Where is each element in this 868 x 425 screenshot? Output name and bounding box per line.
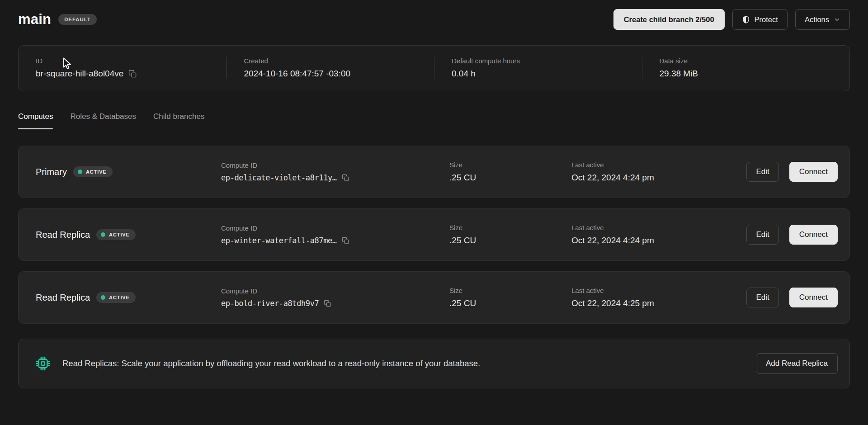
branch-details-card: ID br-square-hill-a8ol04ve Created 2024-…: [18, 45, 850, 91]
connect-button[interactable]: Connect: [789, 225, 838, 245]
size-cell: Size .25 CU: [449, 287, 571, 308]
compute-hours-value: 0.04 h: [452, 69, 642, 79]
default-badge: DEFAULT: [58, 14, 96, 25]
row-buttons: Edit Connect: [746, 162, 838, 182]
title-group: main DEFAULT: [18, 11, 97, 28]
branch-id-field: ID br-square-hill-a8ol04ve: [19, 57, 226, 79]
edit-button[interactable]: Edit: [746, 162, 778, 182]
add-read-replica-button[interactable]: Add Read Replica: [756, 353, 838, 374]
tab-computes[interactable]: Computes: [18, 112, 53, 129]
status-dot-icon: [101, 295, 105, 300]
banner-text: Read Replicas: Scale your application by…: [62, 359, 480, 368]
status-dot-icon: [101, 232, 105, 237]
copy-icon[interactable]: [128, 70, 137, 78]
status-dot-icon: [78, 170, 82, 174]
compute-name-label: Read Replica: [36, 230, 90, 240]
data-size-field: Data size 29.38 MiB: [642, 57, 850, 79]
last-active-value: Oct 22, 2024 4:25 pm: [571, 298, 746, 308]
size-value: .25 CU: [449, 236, 571, 246]
branch-id-value: br-square-hill-a8ol04ve: [36, 69, 123, 79]
last-active-label: Last active: [571, 161, 746, 169]
compute-id-cell: Compute ID ep-delicate-violet-a8r11y…: [221, 161, 449, 182]
compute-id-label: Compute ID: [221, 287, 449, 295]
compute-row-read-replica-1: Read Replica ACTIVE Compute ID ep-winter…: [18, 208, 850, 261]
branch-id-label: ID: [36, 57, 226, 65]
size-value: .25 CU: [449, 173, 571, 183]
protect-label: Protect: [755, 15, 778, 24]
compute-id-label: Compute ID: [221, 161, 449, 169]
page-title: main: [18, 11, 51, 28]
connect-button[interactable]: Connect: [789, 288, 838, 307]
compute-name-label: Read Replica: [36, 293, 90, 303]
last-active-label: Last active: [571, 224, 746, 231]
last-active-cell: Last active Oct 22, 2024 4:24 pm: [571, 161, 746, 183]
compute-row-primary: Primary ACTIVE Compute ID ep-delicate-vi…: [18, 146, 850, 198]
last-active-value: Oct 22, 2024 4:24 pm: [571, 173, 746, 183]
shield-icon: [742, 15, 750, 24]
compute-name: Read Replica ACTIVE: [36, 292, 221, 303]
compute-hours-field: Default compute hours 0.04 h: [434, 57, 642, 79]
compute-list: Primary ACTIVE Compute ID ep-delicate-vi…: [18, 146, 850, 324]
compute-name: Primary ACTIVE: [36, 166, 221, 177]
last-active-cell: Last active Oct 22, 2024 4:24 pm: [571, 224, 746, 246]
data-size-label: Data size: [660, 57, 850, 65]
copy-icon[interactable]: [324, 300, 331, 307]
copy-icon[interactable]: [342, 237, 349, 245]
row-buttons: Edit Connect: [746, 225, 838, 245]
size-label: Size: [449, 287, 571, 294]
protect-button[interactable]: Protect: [732, 9, 788, 30]
compute-id-cell: Compute ID ep-winter-waterfall-a87me…: [221, 224, 449, 245]
last-active-value: Oct 22, 2024 4:24 pm: [571, 236, 746, 246]
read-replica-banner: Read Replicas: Scale your application by…: [18, 339, 850, 388]
created-field: Created 2024-10-16 08:47:57 -03:00: [226, 57, 434, 79]
compute-name-label: Primary: [36, 167, 67, 177]
size-label: Size: [449, 161, 571, 169]
compute-row-read-replica-2: Read Replica ACTIVE Compute ID ep-bold-r…: [18, 271, 850, 324]
chevron-down-icon: [834, 16, 840, 23]
created-label: Created: [244, 57, 434, 65]
edit-button[interactable]: Edit: [746, 288, 778, 307]
compute-hours-label: Default compute hours: [452, 57, 642, 65]
copy-icon[interactable]: [342, 174, 349, 182]
last-active-label: Last active: [571, 287, 746, 294]
last-active-cell: Last active Oct 22, 2024 4:25 pm: [571, 287, 746, 308]
status-badge: ACTIVE: [96, 292, 136, 303]
tab-roles-databases[interactable]: Roles & Databases: [70, 112, 136, 129]
edit-button[interactable]: Edit: [746, 225, 778, 245]
connect-button[interactable]: Connect: [789, 162, 838, 182]
cpu-chip-icon: [36, 356, 50, 371]
size-cell: Size .25 CU: [449, 161, 571, 183]
size-label: Size: [449, 224, 571, 231]
branch-page: main DEFAULT Create child branch 2/500 P…: [0, 0, 868, 425]
tab-bar: Computes Roles & Databases Child branche…: [18, 112, 850, 129]
compute-id-cell: Compute ID ep-bold-river-a8tdh9v7: [221, 287, 449, 308]
create-child-branch-button[interactable]: Create child branch 2/500: [613, 9, 725, 30]
data-size-value: 29.38 MiB: [660, 69, 850, 79]
compute-id-value: ep-winter-waterfall-a87me…: [221, 236, 337, 245]
tab-child-branches[interactable]: Child branches: [153, 112, 204, 129]
row-buttons: Edit Connect: [746, 288, 838, 307]
actions-label: Actions: [805, 15, 829, 24]
status-badge: ACTIVE: [73, 166, 113, 177]
compute-id-value: ep-delicate-violet-a8r11y…: [221, 173, 337, 182]
created-value: 2024-10-16 08:47:57 -03:00: [244, 69, 434, 79]
size-cell: Size .25 CU: [449, 224, 571, 246]
actions-button[interactable]: Actions: [795, 9, 850, 30]
size-value: .25 CU: [449, 298, 571, 308]
compute-id-value: ep-bold-river-a8tdh9v7: [221, 299, 319, 308]
compute-name: Read Replica ACTIVE: [36, 229, 221, 240]
page-header: main DEFAULT Create child branch 2/500 P…: [18, 0, 850, 30]
header-buttons: Create child branch 2/500 Protect Action…: [613, 9, 850, 30]
status-badge: ACTIVE: [96, 229, 136, 240]
compute-id-label: Compute ID: [221, 224, 449, 232]
